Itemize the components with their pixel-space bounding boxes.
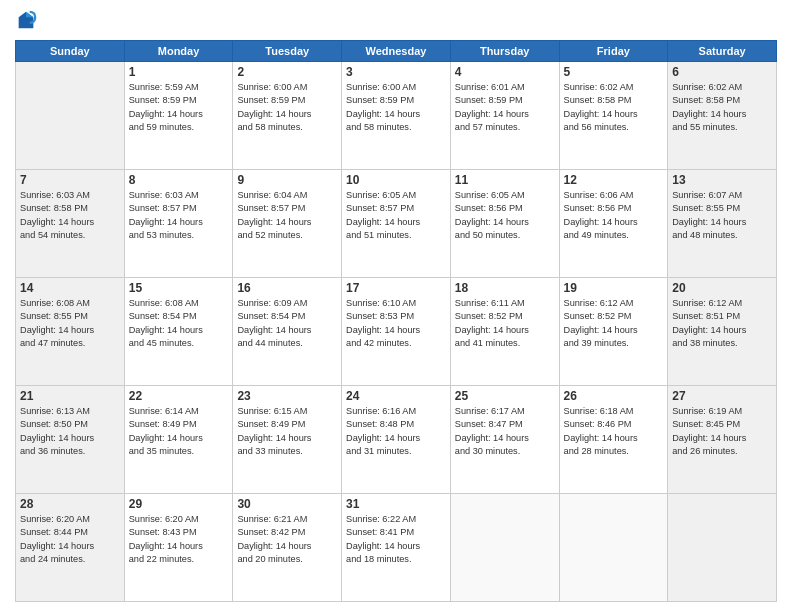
calendar-cell: 7Sunrise: 6:03 AMSunset: 8:58 PMDaylight… xyxy=(16,170,125,278)
calendar-cell: 18Sunrise: 6:11 AMSunset: 8:52 PMDayligh… xyxy=(450,278,559,386)
day-header-wednesday: Wednesday xyxy=(342,41,451,62)
day-number: 30 xyxy=(237,497,337,511)
day-header-saturday: Saturday xyxy=(668,41,777,62)
day-number: 20 xyxy=(672,281,772,295)
day-info: Sunrise: 6:13 AMSunset: 8:50 PMDaylight:… xyxy=(20,405,120,458)
calendar-cell: 1Sunrise: 5:59 AMSunset: 8:59 PMDaylight… xyxy=(124,62,233,170)
calendar-cell: 16Sunrise: 6:09 AMSunset: 8:54 PMDayligh… xyxy=(233,278,342,386)
day-number: 31 xyxy=(346,497,446,511)
day-info: Sunrise: 6:00 AMSunset: 8:59 PMDaylight:… xyxy=(237,81,337,134)
day-number: 22 xyxy=(129,389,229,403)
calendar-cell: 9Sunrise: 6:04 AMSunset: 8:57 PMDaylight… xyxy=(233,170,342,278)
day-number: 28 xyxy=(20,497,120,511)
day-info: Sunrise: 6:09 AMSunset: 8:54 PMDaylight:… xyxy=(237,297,337,350)
day-number: 19 xyxy=(564,281,664,295)
week-row-4: 28Sunrise: 6:20 AMSunset: 8:44 PMDayligh… xyxy=(16,494,777,602)
day-info: Sunrise: 6:16 AMSunset: 8:48 PMDaylight:… xyxy=(346,405,446,458)
day-header-friday: Friday xyxy=(559,41,668,62)
header xyxy=(15,10,777,32)
calendar-cell: 13Sunrise: 6:07 AMSunset: 8:55 PMDayligh… xyxy=(668,170,777,278)
day-info: Sunrise: 6:01 AMSunset: 8:59 PMDaylight:… xyxy=(455,81,555,134)
day-number: 17 xyxy=(346,281,446,295)
calendar-cell: 28Sunrise: 6:20 AMSunset: 8:44 PMDayligh… xyxy=(16,494,125,602)
day-info: Sunrise: 6:07 AMSunset: 8:55 PMDaylight:… xyxy=(672,189,772,242)
calendar-cell: 4Sunrise: 6:01 AMSunset: 8:59 PMDaylight… xyxy=(450,62,559,170)
day-info: Sunrise: 6:06 AMSunset: 8:56 PMDaylight:… xyxy=(564,189,664,242)
day-number: 11 xyxy=(455,173,555,187)
day-number: 16 xyxy=(237,281,337,295)
day-number: 27 xyxy=(672,389,772,403)
day-info: Sunrise: 6:22 AMSunset: 8:41 PMDaylight:… xyxy=(346,513,446,566)
calendar-cell: 17Sunrise: 6:10 AMSunset: 8:53 PMDayligh… xyxy=(342,278,451,386)
calendar-cell: 2Sunrise: 6:00 AMSunset: 8:59 PMDaylight… xyxy=(233,62,342,170)
calendar-cell: 29Sunrise: 6:20 AMSunset: 8:43 PMDayligh… xyxy=(124,494,233,602)
day-header-row: SundayMondayTuesdayWednesdayThursdayFrid… xyxy=(16,41,777,62)
day-info: Sunrise: 6:05 AMSunset: 8:57 PMDaylight:… xyxy=(346,189,446,242)
calendar-cell: 10Sunrise: 6:05 AMSunset: 8:57 PMDayligh… xyxy=(342,170,451,278)
day-number: 21 xyxy=(20,389,120,403)
calendar-cell: 6Sunrise: 6:02 AMSunset: 8:58 PMDaylight… xyxy=(668,62,777,170)
day-info: Sunrise: 6:18 AMSunset: 8:46 PMDaylight:… xyxy=(564,405,664,458)
day-header-sunday: Sunday xyxy=(16,41,125,62)
day-number: 18 xyxy=(455,281,555,295)
day-number: 25 xyxy=(455,389,555,403)
day-header-monday: Monday xyxy=(124,41,233,62)
day-info: Sunrise: 6:03 AMSunset: 8:58 PMDaylight:… xyxy=(20,189,120,242)
day-number: 5 xyxy=(564,65,664,79)
calendar-cell xyxy=(559,494,668,602)
week-row-0: 1Sunrise: 5:59 AMSunset: 8:59 PMDaylight… xyxy=(16,62,777,170)
day-info: Sunrise: 6:19 AMSunset: 8:45 PMDaylight:… xyxy=(672,405,772,458)
day-info: Sunrise: 6:08 AMSunset: 8:55 PMDaylight:… xyxy=(20,297,120,350)
day-number: 26 xyxy=(564,389,664,403)
day-info: Sunrise: 6:12 AMSunset: 8:52 PMDaylight:… xyxy=(564,297,664,350)
day-number: 13 xyxy=(672,173,772,187)
week-row-3: 21Sunrise: 6:13 AMSunset: 8:50 PMDayligh… xyxy=(16,386,777,494)
day-header-tuesday: Tuesday xyxy=(233,41,342,62)
day-number: 14 xyxy=(20,281,120,295)
calendar-cell: 12Sunrise: 6:06 AMSunset: 8:56 PMDayligh… xyxy=(559,170,668,278)
day-header-thursday: Thursday xyxy=(450,41,559,62)
day-number: 8 xyxy=(129,173,229,187)
calendar-cell: 11Sunrise: 6:05 AMSunset: 8:56 PMDayligh… xyxy=(450,170,559,278)
calendar-cell: 30Sunrise: 6:21 AMSunset: 8:42 PMDayligh… xyxy=(233,494,342,602)
calendar-cell: 23Sunrise: 6:15 AMSunset: 8:49 PMDayligh… xyxy=(233,386,342,494)
day-number: 3 xyxy=(346,65,446,79)
calendar-cell xyxy=(668,494,777,602)
day-info: Sunrise: 6:15 AMSunset: 8:49 PMDaylight:… xyxy=(237,405,337,458)
calendar-cell: 21Sunrise: 6:13 AMSunset: 8:50 PMDayligh… xyxy=(16,386,125,494)
day-info: Sunrise: 6:11 AMSunset: 8:52 PMDaylight:… xyxy=(455,297,555,350)
calendar-cell xyxy=(16,62,125,170)
day-info: Sunrise: 6:04 AMSunset: 8:57 PMDaylight:… xyxy=(237,189,337,242)
day-number: 24 xyxy=(346,389,446,403)
day-info: Sunrise: 6:02 AMSunset: 8:58 PMDaylight:… xyxy=(564,81,664,134)
day-info: Sunrise: 6:17 AMSunset: 8:47 PMDaylight:… xyxy=(455,405,555,458)
calendar-page: SundayMondayTuesdayWednesdayThursdayFrid… xyxy=(0,0,792,612)
calendar-cell: 31Sunrise: 6:22 AMSunset: 8:41 PMDayligh… xyxy=(342,494,451,602)
calendar-cell: 3Sunrise: 6:00 AMSunset: 8:59 PMDaylight… xyxy=(342,62,451,170)
calendar-cell: 22Sunrise: 6:14 AMSunset: 8:49 PMDayligh… xyxy=(124,386,233,494)
day-number: 12 xyxy=(564,173,664,187)
calendar-cell: 8Sunrise: 6:03 AMSunset: 8:57 PMDaylight… xyxy=(124,170,233,278)
day-info: Sunrise: 6:14 AMSunset: 8:49 PMDaylight:… xyxy=(129,405,229,458)
day-number: 2 xyxy=(237,65,337,79)
calendar-cell: 5Sunrise: 6:02 AMSunset: 8:58 PMDaylight… xyxy=(559,62,668,170)
day-info: Sunrise: 6:00 AMSunset: 8:59 PMDaylight:… xyxy=(346,81,446,134)
calendar-cell: 25Sunrise: 6:17 AMSunset: 8:47 PMDayligh… xyxy=(450,386,559,494)
day-number: 1 xyxy=(129,65,229,79)
week-row-2: 14Sunrise: 6:08 AMSunset: 8:55 PMDayligh… xyxy=(16,278,777,386)
day-number: 29 xyxy=(129,497,229,511)
week-row-1: 7Sunrise: 6:03 AMSunset: 8:58 PMDaylight… xyxy=(16,170,777,278)
calendar-cell xyxy=(450,494,559,602)
day-info: Sunrise: 6:08 AMSunset: 8:54 PMDaylight:… xyxy=(129,297,229,350)
day-info: Sunrise: 6:10 AMSunset: 8:53 PMDaylight:… xyxy=(346,297,446,350)
day-info: Sunrise: 6:02 AMSunset: 8:58 PMDaylight:… xyxy=(672,81,772,134)
day-info: Sunrise: 6:03 AMSunset: 8:57 PMDaylight:… xyxy=(129,189,229,242)
day-info: Sunrise: 6:21 AMSunset: 8:42 PMDaylight:… xyxy=(237,513,337,566)
day-number: 15 xyxy=(129,281,229,295)
calendar-cell: 15Sunrise: 6:08 AMSunset: 8:54 PMDayligh… xyxy=(124,278,233,386)
calendar-cell: 26Sunrise: 6:18 AMSunset: 8:46 PMDayligh… xyxy=(559,386,668,494)
day-number: 7 xyxy=(20,173,120,187)
logo-icon xyxy=(15,10,37,32)
day-number: 23 xyxy=(237,389,337,403)
day-info: Sunrise: 6:12 AMSunset: 8:51 PMDaylight:… xyxy=(672,297,772,350)
